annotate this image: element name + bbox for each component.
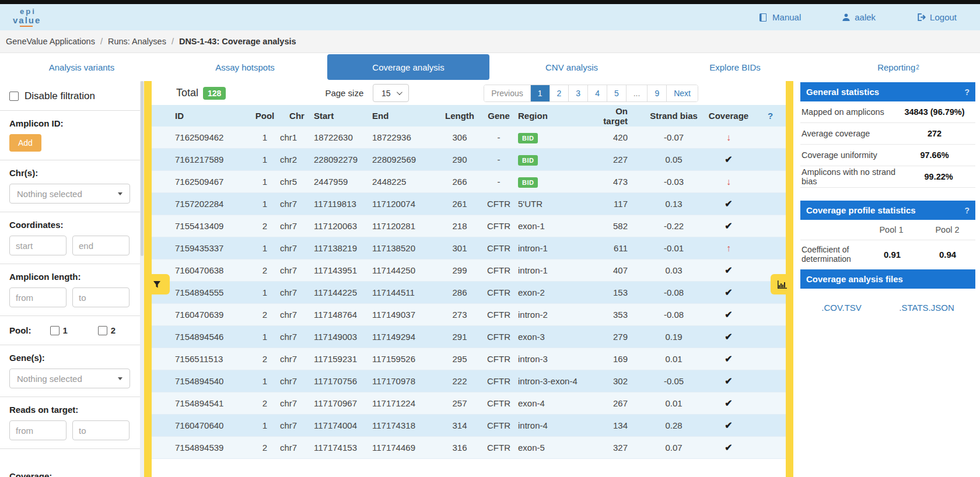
cell-start: 117170967 [314, 398, 372, 408]
cell-length: 261 [440, 199, 480, 209]
user-menu[interactable]: aalek [842, 12, 876, 22]
cell-end: 117170978 [372, 376, 440, 386]
column-header-gene: Gene [480, 111, 518, 121]
sidebar-scrollbar[interactable] [140, 81, 144, 477]
coverage-ok-icon: ✔ [724, 332, 732, 342]
coverage-ok-icon: ✔ [724, 310, 732, 320]
coefficient-label: Coefficient of determination [802, 245, 864, 264]
column-header-region: Region [518, 111, 593, 121]
coverage-files-links: .COV.TSV.STATS.JSON [800, 289, 975, 313]
bid-badge: BID [518, 155, 538, 166]
cell-start: 117170756 [314, 376, 372, 386]
file-link-covtsv[interactable]: .COV.TSV [821, 303, 862, 313]
page-button-next[interactable]: Next [667, 85, 698, 101]
length-to-input[interactable] [72, 287, 130, 307]
tab-reporting[interactable]: Reporting2 [817, 54, 979, 80]
cell-pool: 2 [250, 354, 280, 364]
file-link-statsjson[interactable]: .STATS.JSON [899, 303, 954, 313]
length-from-input[interactable] [9, 287, 66, 307]
cell-strand-bias: -0.03 [645, 177, 702, 187]
manual-link[interactable]: Manual [759, 12, 801, 22]
coefficient-row: Coefficient of determination 0.91 0.94 [800, 240, 975, 269]
coverage-up-icon: ↑ [726, 243, 731, 253]
page-button-9[interactable]: 9 [648, 85, 667, 101]
chr-select[interactable]: Nothing selected [9, 184, 130, 204]
pool-1-checkbox[interactable] [50, 326, 60, 335]
filter-panel-toggle[interactable] [144, 274, 170, 294]
page-button-1[interactable]: 1 [531, 85, 550, 101]
breadcrumb-item[interactable]: Runs: Analyses [108, 37, 166, 46]
cell-strand-bias: -0.07 [645, 132, 702, 142]
tab-assay-hotspots[interactable]: Assay hotspots [164, 54, 326, 80]
page-button-3[interactable]: 3 [569, 85, 588, 101]
tab-label: Reporting [877, 62, 915, 72]
cell-start: 18722630 [314, 132, 372, 142]
tab-analysis-variants[interactable]: Analysis variants [1, 54, 163, 80]
stat-label: Amplicons with no strand bias [802, 167, 902, 186]
cell-id: 7154894540 [175, 376, 250, 386]
add-amplicon-button[interactable]: Add [9, 134, 41, 152]
help-icon[interactable]: ? [964, 206, 970, 215]
page-button-previous[interactable]: Previous [484, 85, 530, 101]
genes-select[interactable]: Nothing selected [9, 369, 130, 388]
chart-panel-toggle[interactable] [771, 274, 793, 294]
help-icon[interactable]: ? [964, 87, 970, 97]
disable-filtration-checkbox[interactable] [9, 92, 19, 101]
cell-on-target: 582 [593, 221, 645, 231]
cell-end: 117144511 [372, 287, 440, 297]
pool-2-checkbox[interactable] [98, 326, 107, 335]
page-size-value: 15 [382, 89, 391, 98]
page-button-...[interactable]: ... [626, 85, 648, 101]
disable-filtration-label: Disable filtration [24, 90, 95, 102]
cell-strand-bias: 0.13 [645, 199, 702, 209]
tab-explore-bids[interactable]: Explore BIDs [654, 54, 816, 80]
cell-strand-bias: 0.03 [645, 265, 702, 275]
page-button-4[interactable]: 4 [588, 85, 607, 101]
column-header-chr: Chr [280, 111, 314, 121]
table-row: 71594353371chr7117138219117138520301CFTR… [152, 237, 786, 259]
cell-end: 117171224 [372, 398, 440, 408]
cell-gene: CFTR [480, 354, 518, 364]
cell-chr: chr7 [280, 265, 314, 275]
cell-id: 7154894539 [175, 443, 250, 453]
cell-length: 299 [440, 265, 480, 275]
cell-id: 7154894546 [175, 332, 250, 342]
cell-id: 7160470640 [175, 420, 250, 430]
app-header: epi value Manual aalek Logout [0, 4, 980, 30]
page-button-5[interactable]: 5 [607, 85, 626, 101]
cell-length: 218 [440, 221, 480, 231]
statistics-panel: General statistics ? Mapped on amplicons… [793, 81, 980, 477]
cell-end: 228092569 [372, 155, 440, 164]
reads-from-input[interactable] [9, 420, 66, 440]
cell-id: 7154894555 [175, 287, 250, 297]
cell-length: 306 [440, 132, 480, 142]
cell-on-target: 407 [593, 265, 645, 275]
column-header-strand-bias: Strand bias [645, 111, 702, 121]
cell-id: 7160470639 [175, 310, 250, 320]
reads-to-input[interactable] [72, 420, 130, 440]
breadcrumb-item[interactable]: GeneValue Applications [6, 37, 95, 46]
table-help-icon[interactable]: ? [755, 111, 786, 121]
coordinates-start-input[interactable] [9, 236, 66, 255]
coordinates-end-input[interactable] [72, 236, 130, 255]
tab-coverage-analysis[interactable]: Coverage analysis [327, 54, 489, 80]
cell-length: 257 [440, 398, 480, 408]
cell-chr: chr7 [280, 354, 314, 364]
cell-on-target: 227 [593, 155, 645, 164]
cell-gene: CFTR [480, 376, 518, 386]
logout-link[interactable]: Logout [916, 12, 957, 22]
stat-value: 97.66% [894, 150, 975, 160]
tab-cnv-analysis[interactable]: CNV analysis [491, 54, 653, 80]
cell-end: 117174469 [372, 443, 440, 453]
table-row: 71565115132chr7117159231117159526295CFTR… [152, 348, 786, 370]
page-button-2[interactable]: 2 [550, 85, 569, 101]
cell-chr: chr7 [280, 332, 314, 342]
tab-bar: Analysis variantsAssay hotspotsCoverage … [0, 53, 980, 81]
page-size-select[interactable]: 15 [373, 84, 409, 102]
cell-on-target: 117 [593, 199, 645, 209]
app-logo[interactable]: epi value [13, 8, 41, 27]
cell-on-target: 327 [593, 443, 645, 453]
tab-label: Analysis variants [49, 62, 115, 72]
cell-pool: 1 [250, 376, 280, 386]
cell-region: intron-4 [518, 420, 593, 430]
